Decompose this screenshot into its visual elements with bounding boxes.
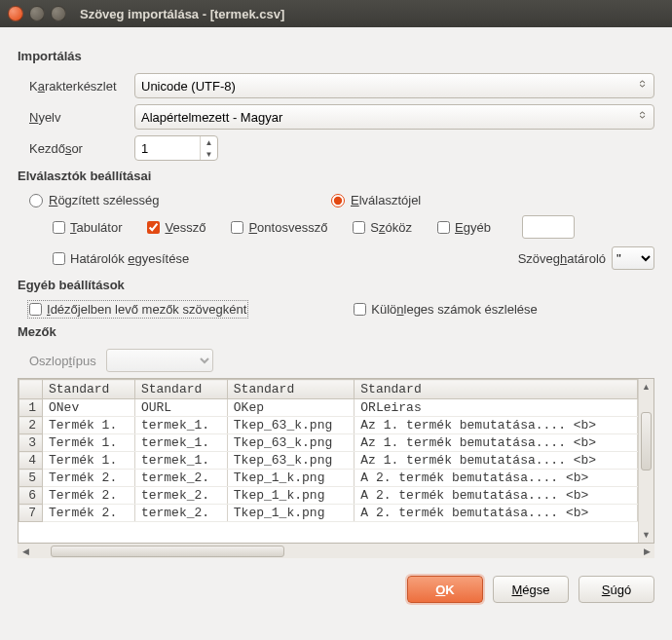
check-merge-delimiters[interactable]: Határolók egyesítése — [53, 251, 189, 266]
check-other[interactable]: Egyéb — [437, 220, 491, 235]
charset-select[interactable]: Unicode (UTF-8) — [134, 73, 654, 98]
preview-grid[interactable]: StandardStandardStandardStandard 1ONevOU… — [18, 378, 654, 544]
check-semicolon[interactable]: Pontosvessző — [231, 220, 327, 235]
table-row[interactable]: 6Termék 2.termek_2.Tkep_1_k.pngA 2. term… — [19, 487, 638, 505]
close-icon[interactable] — [8, 6, 23, 21]
cell[interactable]: Termék 1. — [43, 434, 135, 452]
cell[interactable]: Tkep_1_k.png — [227, 505, 355, 522]
cell[interactable]: Termék 2. — [43, 505, 135, 522]
cell[interactable]: A 2. termék bemutatása.... <b> — [355, 470, 638, 487]
check-quoted-as-text[interactable]: Idézőjelben levő mezők szövegként — [29, 302, 246, 317]
help-button[interactable]: Súgó — [579, 576, 654, 603]
cell[interactable]: Az 1. termék bemutatása.... <b> — [355, 434, 638, 452]
cell[interactable]: Az 1. termék bemutatása.... <b> — [355, 417, 638, 434]
cell[interactable]: Termék 2. — [43, 470, 135, 487]
table-row[interactable]: 7Termék 2.termek_2.Tkep_1_k.pngA 2. term… — [19, 505, 638, 522]
cell[interactable]: ORLeiras — [355, 399, 638, 417]
cell[interactable]: A 2. termék bemutatása.... <b> — [355, 505, 638, 522]
table-row[interactable]: 5Termék 2.termek_2.Tkep_1_k.pngA 2. term… — [19, 470, 638, 487]
cell[interactable]: Az 1. termék bemutatása.... <b> — [355, 452, 638, 470]
column-type-select[interactable] — [106, 349, 213, 372]
spin-arrows[interactable]: ▲▼ — [200, 136, 217, 160]
vertical-scrollbar[interactable]: ▲ ▼ — [638, 379, 653, 543]
cell[interactable]: Tkep_1_k.png — [227, 487, 355, 505]
row-startrow: Kezdősor ▲▼ — [18, 135, 654, 161]
cancel-button[interactable]: Mégse — [493, 576, 569, 603]
row-number: 5 — [19, 470, 43, 487]
cell[interactable]: OKep — [227, 399, 355, 417]
minimize-icon[interactable] — [29, 6, 45, 21]
dialog-content: Importálás Karakterkészlet Unicode (UTF-… — [0, 27, 672, 613]
maximize-icon[interactable] — [51, 6, 66, 21]
label-text-delimiter: Szöveghatároló — [518, 251, 606, 266]
check-detect-special[interactable]: Különleges számok észlelése — [354, 302, 538, 317]
row-number: 3 — [19, 434, 43, 452]
cell[interactable]: termek_2. — [134, 487, 227, 505]
column-header[interactable]: Standard — [227, 380, 355, 399]
row-number: 4 — [19, 452, 43, 470]
cell[interactable]: Termék 2. — [43, 487, 135, 505]
column-header[interactable]: Standard — [355, 380, 638, 399]
label-startrow: Kezdősor — [18, 141, 134, 156]
label-language: Nyelv — [18, 110, 134, 125]
section-separators: Elválasztók beállításai — [18, 169, 654, 183]
cell[interactable]: ONev — [43, 399, 135, 417]
row-language: Nyelv Alapértelmezett - Magyar — [18, 104, 654, 130]
row-number: 2 — [19, 417, 43, 434]
cell[interactable]: Tkep_1_k.png — [227, 470, 355, 487]
table-row[interactable]: 1ONevOURLOKepORLeiras — [19, 399, 638, 417]
column-header[interactable]: Standard — [43, 380, 135, 399]
other-delimiter-input[interactable] — [522, 215, 575, 239]
cell[interactable]: Tkep_63_k.png — [227, 417, 355, 434]
text-delimiter-select[interactable]: " — [612, 246, 654, 270]
radio-delimiter[interactable]: Elválasztójel — [331, 193, 421, 207]
ok-button[interactable]: OK — [407, 576, 483, 603]
check-space[interactable]: Szóköz — [353, 220, 412, 235]
row-number: 1 — [19, 399, 43, 417]
window-title: Szöveg importálása - [termek.csv] — [80, 7, 284, 21]
cell[interactable]: termek_1. — [134, 417, 227, 434]
cell[interactable]: termek_1. — [134, 452, 227, 470]
horizontal-scrollbar[interactable]: ◀ ▶ — [18, 543, 654, 558]
rownum-header — [19, 380, 43, 399]
language-select[interactable]: Alapértelmezett - Magyar — [134, 104, 654, 130]
row-number: 7 — [19, 505, 43, 522]
table-row[interactable]: 2Termék 1.termek_1.Tkep_63_k.pngAz 1. te… — [19, 417, 638, 434]
cell[interactable]: Termék 1. — [43, 452, 135, 470]
cell[interactable]: OURL — [134, 399, 227, 417]
section-fields: Mezők — [18, 324, 654, 339]
table-row[interactable]: 3Termék 1.termek_1.Tkep_63_k.pngAz 1. te… — [19, 434, 638, 452]
column-header[interactable]: Standard — [134, 380, 227, 399]
label-column-type: Oszloptípus — [29, 354, 96, 368]
label-charset: Karakterkészlet — [18, 79, 134, 94]
check-comma[interactable]: Vessző — [147, 220, 205, 235]
cell[interactable]: termek_2. — [134, 505, 227, 522]
section-import: Importálás — [18, 49, 654, 63]
cell[interactable]: Tkep_63_k.png — [227, 452, 355, 470]
check-tab[interactable]: Tabulátor — [53, 220, 122, 235]
cell[interactable]: termek_2. — [134, 470, 227, 487]
table-row[interactable]: 4Termék 1.termek_1.Tkep_63_k.pngAz 1. te… — [19, 452, 638, 470]
titlebar: Szöveg importálása - [termek.csv] — [0, 0, 672, 27]
section-other: Egyéb beállítások — [18, 278, 654, 292]
row-number: 6 — [19, 487, 43, 505]
cell[interactable]: A 2. termék bemutatása.... <b> — [355, 487, 638, 505]
cell[interactable]: Tkep_63_k.png — [227, 434, 355, 452]
cell[interactable]: termek_1. — [134, 434, 227, 452]
radio-fixed-width[interactable]: Rögzített szélesség — [29, 193, 331, 207]
cell[interactable]: Termék 1. — [43, 417, 135, 434]
row-charset: Karakterkészlet Unicode (UTF-8) — [18, 73, 654, 98]
